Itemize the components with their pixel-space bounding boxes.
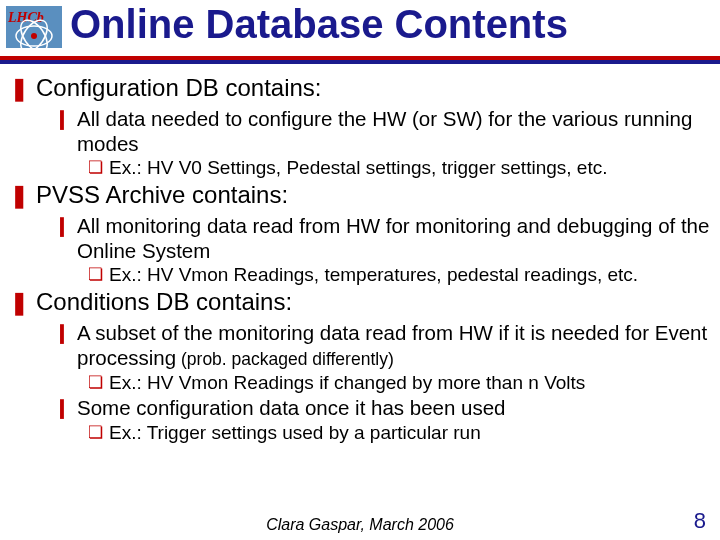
item-text: Ex.: HV Vmon Readings if changed by more… bbox=[109, 371, 710, 394]
list-item: ❙ All data needed to configure the HW (o… bbox=[54, 106, 710, 156]
item-text: All data needed to configure the HW (or … bbox=[77, 106, 710, 156]
item-text: Ex.: HV Vmon Readings, temperatures, ped… bbox=[109, 263, 710, 286]
list-item: ❙ All monitoring data read from HW for m… bbox=[54, 213, 710, 263]
item-text: Ex.: HV V0 Settings, Pedestal settings, … bbox=[109, 156, 710, 179]
bar-bullet-icon: ❙ bbox=[54, 213, 70, 239]
slide-content: ❚ Configuration DB contains: ❙ All data … bbox=[10, 72, 710, 444]
square-bullet-icon: ❏ bbox=[88, 421, 103, 444]
item-text: A subset of the monitoring data read fro… bbox=[77, 320, 710, 370]
square-bullet-icon: ❏ bbox=[88, 371, 103, 394]
item-text: All monitoring data read from HW for mon… bbox=[77, 213, 710, 263]
heading-text: Configuration DB contains: bbox=[36, 74, 322, 102]
heading-text: PVSS Archive contains: bbox=[36, 181, 288, 209]
bar-bullet-icon: ❙ bbox=[54, 395, 70, 421]
item-text: Some configuration data once it has been… bbox=[77, 395, 710, 420]
item-text: Ex.: Trigger settings used by a particul… bbox=[109, 421, 710, 444]
list-item: ❏ Ex.: Trigger settings used by a partic… bbox=[88, 421, 710, 444]
square-bullet-icon: ❏ bbox=[88, 156, 103, 179]
svg-text:LHCb: LHCb bbox=[7, 10, 44, 25]
bar-bullet-icon: ❙ bbox=[54, 320, 70, 346]
section-heading: ❚ Conditions DB contains: bbox=[10, 288, 710, 318]
list-item: ❙ A subset of the monitoring data read f… bbox=[54, 320, 710, 370]
bar-bullet-icon: ❚ bbox=[10, 74, 28, 104]
section-heading: ❚ Configuration DB contains: bbox=[10, 74, 710, 104]
divider-blue bbox=[0, 60, 720, 64]
heading-text: Conditions DB contains: bbox=[36, 288, 292, 316]
bar-bullet-icon: ❚ bbox=[10, 181, 28, 211]
footer-author-date: Clara Gaspar, March 2006 bbox=[0, 516, 720, 534]
bar-bullet-icon: ❚ bbox=[10, 288, 28, 318]
svg-point-5 bbox=[31, 33, 37, 39]
list-item: ❏ Ex.: HV Vmon Readings, temperatures, p… bbox=[88, 263, 710, 286]
list-item: ❙ Some configuration data once it has be… bbox=[54, 395, 710, 421]
page-number: 8 bbox=[694, 508, 706, 534]
section-heading: ❚ PVSS Archive contains: bbox=[10, 181, 710, 211]
list-item: ❏ Ex.: HV V0 Settings, Pedestal settings… bbox=[88, 156, 710, 179]
slide-title: Online Database Contents bbox=[70, 2, 568, 47]
bar-bullet-icon: ❙ bbox=[54, 106, 70, 132]
square-bullet-icon: ❏ bbox=[88, 263, 103, 286]
lhcb-logo: LHCb bbox=[6, 6, 62, 48]
list-item: ❏ Ex.: HV Vmon Readings if changed by mo… bbox=[88, 371, 710, 394]
